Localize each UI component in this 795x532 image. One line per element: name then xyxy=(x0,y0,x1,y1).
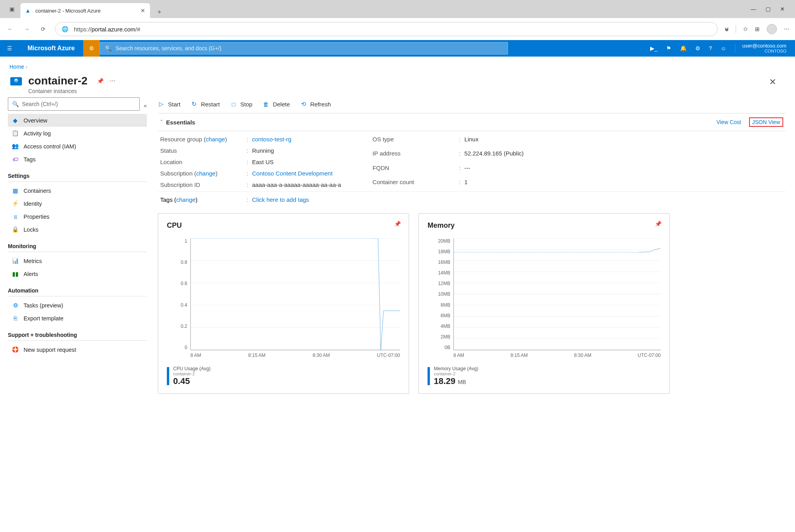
lock-icon: 🔒 xyxy=(12,226,19,233)
fqdn-value: --- xyxy=(464,165,524,174)
breadcrumb-home[interactable]: Home xyxy=(9,64,24,70)
memory-chart-card: Memory 📌 20MB18MB16MB14MB12MB10MB8MB6MB4… xyxy=(419,213,670,394)
window-close-icon[interactable]: ✕ xyxy=(780,6,785,12)
more-icon[interactable]: ⋯ xyxy=(784,26,790,32)
nav-activity-log[interactable]: 📋Activity log xyxy=(8,127,147,140)
global-search-input[interactable] xyxy=(115,45,503,51)
nav-locks[interactable]: 🔒Locks xyxy=(8,223,147,236)
nav-alerts[interactable]: ▮▮Alerts xyxy=(8,267,147,280)
tab-title: container-2 - Microsoft Azure xyxy=(35,8,137,14)
help-icon[interactable]: ? xyxy=(709,45,712,51)
directory-filter-icon[interactable]: ⚑ xyxy=(666,45,671,51)
url-host: portal.azure.com xyxy=(91,26,135,33)
forward-button[interactable]: → xyxy=(22,24,31,34)
azure-brand[interactable]: Microsoft Azure xyxy=(19,45,83,52)
cpu-chart-card: CPU 📌 10.80.60.40.20 8 AM8:15 AM8:30 AMU… xyxy=(158,213,409,394)
preview-badge-icon[interactable]: ⚙ xyxy=(83,40,100,57)
divider xyxy=(8,340,147,341)
cmd-label: Start xyxy=(168,101,181,108)
settings-icon[interactable]: ⚙ xyxy=(695,45,700,51)
container-count-label: Container count xyxy=(373,179,459,188)
json-view-highlight: JSON View xyxy=(749,117,783,127)
pin-icon[interactable]: 📌 xyxy=(655,221,662,227)
nav-export-template[interactable]: ⎘Export template xyxy=(8,312,147,325)
pin-icon[interactable]: 📌 xyxy=(394,221,401,227)
start-button[interactable]: ▷Start xyxy=(158,101,181,108)
json-view-link[interactable]: JSON View xyxy=(752,119,780,125)
more-icon[interactable]: ⋯ xyxy=(110,78,115,84)
memory-chart-footer: Memory Usage (Avg) container-2 18.29 MB xyxy=(428,366,661,386)
view-cost-link[interactable]: View Cost xyxy=(716,119,741,125)
essentials-header[interactable]: ˄ Essentials View Cost JSON View xyxy=(158,113,786,131)
restart-button[interactable]: ↻Restart xyxy=(191,101,220,108)
notifications-icon[interactable]: 🔔 xyxy=(680,45,687,51)
iam-icon: 👥 xyxy=(12,143,19,150)
collapse-nav-icon[interactable]: « xyxy=(144,102,147,109)
refresh-icon: ⟲ xyxy=(300,101,307,108)
identity-icon: ⚡ xyxy=(12,200,19,207)
site-info-icon[interactable]: 🌐 xyxy=(62,26,68,32)
reload-button[interactable]: ⟳ xyxy=(38,24,48,34)
nav-identity[interactable]: ⚡Identity xyxy=(8,197,147,210)
nav-overview[interactable]: ◆Overview xyxy=(8,114,147,127)
tab-close-icon[interactable]: ✕ xyxy=(141,7,145,14)
back-button[interactable]: ← xyxy=(5,24,15,34)
nav-new-support-request[interactable]: 🛟New support request xyxy=(8,343,147,356)
window-minimize-icon[interactable]: — xyxy=(751,6,756,12)
title-row: container-2 Container instances 📌 ⋯ ✕ xyxy=(0,72,795,97)
memory-metric-label: Memory Usage (Avg) xyxy=(434,366,478,371)
collections-icon[interactable]: ⊞ xyxy=(755,26,760,32)
extension-icon[interactable]: ⊎ xyxy=(725,26,729,32)
pin-icon[interactable]: 📌 xyxy=(97,78,104,84)
delete-button[interactable]: 🗑Delete xyxy=(263,101,290,108)
browser-tab[interactable]: ▲ container-2 - Microsoft Azure ✕ xyxy=(20,3,150,18)
favorites-icon[interactable]: ✩ xyxy=(743,26,748,32)
feedback-icon[interactable]: ☺ xyxy=(721,45,726,51)
change-rg-link[interactable]: change xyxy=(206,136,225,143)
nav-label: Properties xyxy=(24,214,49,220)
nav-properties[interactable]: ⫼Properties xyxy=(8,210,147,223)
stop-icon: □ xyxy=(230,101,237,108)
title-block: container-2 Container instances xyxy=(28,75,88,94)
memory-x-axis: 8 AM8:15 AM8:30 AMUTC-07:00 xyxy=(428,350,661,358)
cmd-label: Delete xyxy=(273,101,290,108)
stop-button[interactable]: □Stop xyxy=(230,101,252,108)
subscription-value[interactable]: Contoso Content Development xyxy=(252,170,333,177)
nav-label: Tags xyxy=(24,156,36,163)
refresh-button[interactable]: ⟲Refresh xyxy=(300,101,331,108)
cloud-shell-icon[interactable]: ▶_ xyxy=(650,45,658,51)
nav-access-control[interactable]: 👥Access control (IAM) xyxy=(8,140,147,153)
nav-containers[interactable]: ▦Containers xyxy=(8,184,147,197)
nav-label: Export template xyxy=(24,315,64,322)
profile-avatar[interactable] xyxy=(767,24,777,34)
nav-tasks[interactable]: ⚙Tasks (preview) xyxy=(8,299,147,312)
blade-close-button[interactable]: ✕ xyxy=(769,77,786,87)
add-tags-link[interactable]: Click here to add tags xyxy=(252,196,309,203)
local-search[interactable]: 🔍 Search (Ctrl+/) xyxy=(8,97,140,111)
properties-icon: ⫼ xyxy=(12,213,19,220)
tab-well-icon[interactable]: ▣ xyxy=(3,0,20,18)
page-body: Home › container-2 Container instances 📌… xyxy=(0,58,795,532)
chevron-up-icon: ˄ xyxy=(160,119,163,125)
top-bar-icons: ▶_ ⚑ 🔔 ⚙ ? ☺ xyxy=(643,40,742,57)
export-icon: ⎘ xyxy=(12,315,19,322)
account-menu[interactable]: user@contoso.com CONTOSO xyxy=(742,43,795,53)
nav-metrics[interactable]: 📊Metrics xyxy=(8,254,147,267)
portal-menu-button[interactable]: ☰ xyxy=(0,40,19,57)
resource-group-value[interactable]: contoso-test-rg xyxy=(252,136,291,143)
new-tab-button[interactable]: ＋ xyxy=(153,5,166,18)
nav-tags[interactable]: 🏷Tags xyxy=(8,153,147,166)
cpu-x-axis: 8 AM8:15 AM8:30 AMUTC-07:00 xyxy=(167,350,400,358)
search-icon: 🔍 xyxy=(105,45,111,51)
window-maximize-icon[interactable]: ▢ xyxy=(766,6,771,12)
global-search[interactable]: 🔍 xyxy=(100,42,508,55)
azure-favicon-icon: ▲ xyxy=(25,7,31,14)
resource-group-label: Resource group (change) xyxy=(160,136,247,143)
window-controls: — ▢ ✕ xyxy=(751,6,792,12)
change-tags-link[interactable]: change xyxy=(176,196,196,203)
url-box[interactable]: 🌐 https://portal.azure.com/# xyxy=(55,22,718,36)
tags-row: Tags (change):Click here to add tags xyxy=(158,191,786,206)
url-scheme: https:// xyxy=(74,26,91,33)
change-sub-link[interactable]: change xyxy=(196,170,216,177)
cpu-chart-footer: CPU Usage (Avg) container-2 0.45 xyxy=(167,366,400,386)
